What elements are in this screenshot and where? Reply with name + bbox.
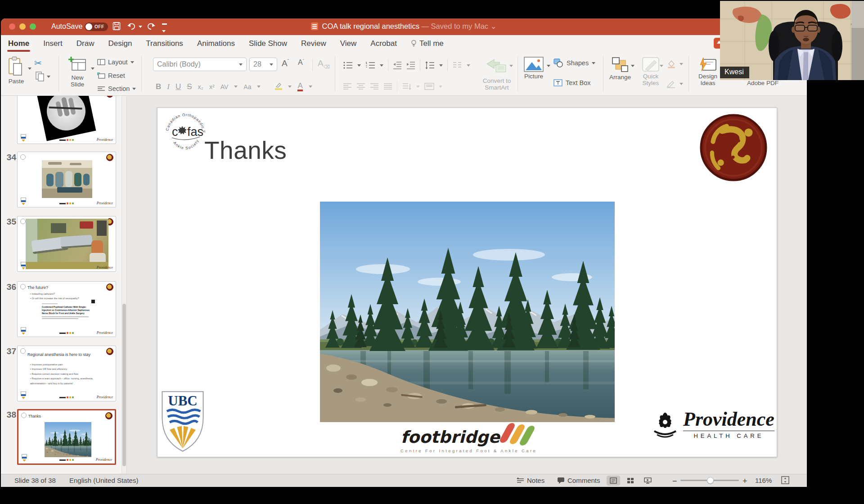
shrink-font-button[interactable]: Aˇ — [298, 58, 304, 67]
subscript-button[interactable]: x₂ — [198, 83, 203, 90]
slide-title-thanks[interactable]: Thanks — [204, 136, 287, 165]
tab-view[interactable]: View — [339, 35, 358, 53]
cofas-logo[interactable]: Canadian Orthopaedic Foot and Ankle Soci… — [160, 110, 211, 151]
underline-button[interactable]: U — [176, 82, 181, 91]
zoom-slider-handle[interactable] — [707, 477, 714, 484]
picture-dropdown-chevron[interactable] — [547, 65, 550, 67]
shape-fill-button[interactable] — [666, 59, 677, 70]
tab-home[interactable]: Home — [7, 35, 30, 53]
thumbnail-slide-33[interactable]: Providence — [17, 96, 116, 144]
copy-dropdown-chevron[interactable] — [47, 76, 50, 78]
native-art-logo-mini — [106, 96, 113, 98]
clear-formatting-button[interactable]: A⌫ — [318, 58, 330, 69]
fill-dropdown-chevron[interactable] — [680, 63, 683, 65]
decrease-indent-button[interactable] — [393, 61, 402, 69]
quick-styles-dropdown-chevron[interactable] — [660, 65, 663, 67]
comments-button[interactable]: Comments — [557, 477, 600, 484]
ubc-logo[interactable]: UBC — [159, 389, 206, 454]
slide-show-icon — [644, 477, 652, 484]
providence-logo[interactable]: Providence HEALTH CARE — [651, 409, 781, 440]
tab-tell-me[interactable]: Tell me — [410, 35, 445, 53]
copy-button[interactable] — [35, 71, 45, 84]
layout-button[interactable]: Layout — [97, 58, 134, 66]
thumbnail-scrollbar-thumb[interactable] — [122, 304, 126, 466]
tab-insert[interactable]: Insert — [42, 35, 63, 53]
tab-draw[interactable]: Draw — [76, 35, 95, 53]
arrange-dropdown-chevron[interactable] — [631, 65, 634, 67]
text-direction-button[interactable] — [402, 83, 412, 90]
font-size-combo[interactable]: 28 — [249, 58, 277, 71]
outline-dropdown-chevron[interactable] — [680, 83, 683, 85]
character-spacing-button[interactable]: AV — [220, 83, 229, 90]
thumbnail-slide-37[interactable]: Regional anesthesia is here to stay Impr… — [17, 346, 116, 401]
shape-outline-button[interactable] — [666, 80, 677, 90]
powerpoint-window: AutoSave OFF — [1, 18, 807, 487]
zoom-slider-track[interactable] — [680, 480, 739, 481]
design-ideas-button[interactable]: Design Ideas — [694, 57, 722, 86]
zoom-level[interactable]: 116% — [755, 477, 772, 484]
thumbnail-slide-38-selected[interactable]: Thanks Providence — [17, 409, 116, 465]
fit-to-window-button[interactable] — [781, 476, 789, 484]
zoom-slider[interactable] — [680, 480, 739, 481]
italic-button[interactable]: I — [167, 82, 170, 91]
font-color-button[interactable]: A — [297, 82, 302, 91]
justify-button[interactable] — [383, 83, 392, 90]
quick-styles-button[interactable]: Quick Styles — [638, 57, 663, 86]
superscript-button[interactable]: x² — [209, 83, 215, 90]
zoom-in-button[interactable]: + — [742, 477, 747, 486]
shapes-button[interactable]: Shapes — [554, 58, 595, 68]
arrange-button[interactable]: Arrange — [609, 57, 631, 81]
strikethrough-button[interactable]: S — [187, 82, 192, 91]
align-right-button[interactable] — [370, 83, 379, 90]
thumbnail-scrollbar[interactable] — [122, 96, 126, 474]
tab-acrobat[interactable]: Acrobat — [369, 35, 398, 53]
align-center-button[interactable] — [356, 83, 365, 90]
tab-slide-show[interactable]: Slide Show — [248, 35, 288, 53]
language-button[interactable]: English (United States) — [69, 477, 138, 484]
align-text-button[interactable] — [424, 83, 434, 90]
bold-button[interactable]: B — [156, 82, 161, 91]
comments-icon — [557, 477, 565, 484]
tab-animations[interactable]: Animations — [196, 35, 236, 53]
slide-show-view-button[interactable] — [641, 476, 654, 486]
paste-button[interactable]: Paste — [7, 56, 25, 85]
font-name-combo[interactable]: Calibri (Body) — [153, 58, 247, 71]
footbridge-logo[interactable]: footbridge Centre For Integrated Foot & … — [400, 423, 531, 453]
tab-transitions[interactable]: Transitions — [145, 35, 184, 53]
new-slide-button[interactable]: New Slide — [65, 56, 90, 88]
notes-button[interactable]: Notes — [517, 477, 544, 484]
slide-canvas[interactable]: Canadian Orthopaedic Foot and Ankle Soci… — [157, 108, 777, 457]
native-art-logo[interactable] — [699, 113, 768, 182]
zoom-out-button[interactable]: − — [672, 477, 677, 486]
highlight-button[interactable] — [275, 84, 282, 90]
paste-dropdown-chevron[interactable] — [28, 68, 32, 70]
lake-photo[interactable] — [320, 202, 615, 422]
webcam-video-tile[interactable]: Kwesi — [720, 1, 864, 80]
numbered-list-button[interactable] — [365, 61, 375, 69]
reset-button[interactable]: Reset — [97, 72, 125, 79]
bullet-list-button[interactable] — [343, 61, 353, 69]
normal-view-button[interactable] — [607, 476, 620, 486]
change-case-button[interactable]: Aa — [243, 83, 251, 90]
tab-design[interactable]: Design — [107, 35, 133, 53]
new-slide-dropdown-chevron[interactable] — [91, 68, 94, 70]
thumbnail-slide-36[interactable]: The future? Indwelling catheters? Or wil… — [17, 281, 116, 337]
columns-button[interactable] — [452, 61, 462, 69]
picture-button[interactable]: Picture — [524, 57, 544, 80]
increase-indent-button[interactable] — [406, 61, 415, 69]
new-slide-icon — [68, 56, 87, 73]
section-button[interactable]: Section — [97, 85, 136, 92]
convert-to-smartart-button[interactable] — [486, 58, 507, 75]
tab-review[interactable]: Review — [300, 35, 327, 53]
native-art-logo-mini — [105, 412, 112, 419]
grow-font-button[interactable]: Aˆ — [282, 58, 289, 68]
cut-button[interactable]: ✂ — [34, 58, 42, 68]
slide-sorter-view-button[interactable] — [624, 476, 637, 486]
text-box-button[interactable]: Text Box — [554, 79, 591, 86]
thumbnail-slide-34[interactable]: Providence — [17, 152, 116, 207]
smartart-dropdown-chevron[interactable] — [509, 65, 513, 67]
thumbnail-slide-35[interactable]: Providence — [17, 216, 116, 272]
native-art-logo-mini — [106, 154, 113, 161]
line-spacing-button[interactable] — [425, 61, 435, 69]
align-left-button[interactable] — [343, 83, 352, 90]
